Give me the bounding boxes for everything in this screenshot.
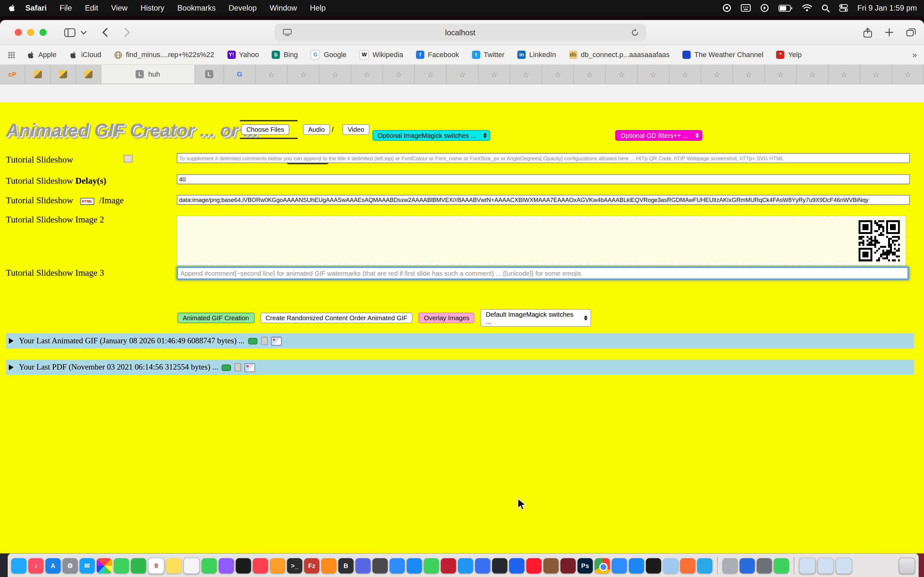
data-uri-input[interactable]: [177, 195, 910, 205]
dock-icon-acrobat[interactable]: [441, 558, 456, 574]
image3-comment-input[interactable]: [177, 267, 909, 279]
screen-record-icon[interactable]: [760, 3, 769, 13]
battery-icon[interactable]: [779, 5, 792, 11]
dock-icon-zoom-us[interactable]: [612, 558, 627, 574]
default-imagemagick-select[interactable]: Default ImageMagick switches ...: [481, 309, 591, 327]
image-thumbnail-icon[interactable]: [271, 337, 282, 346]
choose-files-button[interactable]: Choose Files: [241, 124, 289, 135]
new-tab-icon[interactable]: [885, 28, 893, 37]
dock-icon-photos[interactable]: [97, 558, 112, 574]
clipboard-icon[interactable]: [235, 363, 241, 372]
animated-gif-creation-button[interactable]: Animated GIF Creation: [178, 313, 254, 323]
dock-icon-krita[interactable]: [543, 558, 559, 574]
apple-menu-icon[interactable]: [8, 4, 16, 12]
dock-icon-system-folder[interactable]: [722, 558, 738, 574]
overlay-images-button[interactable]: Overlay Images: [419, 313, 475, 323]
video-button[interactable]: Video: [342, 124, 369, 135]
dock-icon-finder[interactable]: [11, 558, 27, 574]
dock-icon-github[interactable]: [492, 558, 507, 574]
tab-site-3[interactable]: [76, 65, 102, 84]
address-bar[interactable]: localhost: [275, 23, 646, 41]
tab-overview-icon[interactable]: [906, 28, 916, 37]
tab-empty-19[interactable]: ☆: [829, 65, 860, 84]
menu-item-view[interactable]: View: [111, 3, 128, 13]
disclosure-triangle-icon[interactable]: [9, 364, 14, 370]
dock-icon-chrome[interactable]: [594, 558, 610, 574]
control-center-icon[interactable]: [839, 4, 848, 12]
status-badge-icon[interactable]: [722, 3, 732, 13]
dock-icon-mysql-workbench[interactable]: [561, 558, 576, 574]
bookmark-bing[interactable]: bBing: [272, 51, 298, 59]
dock-icon-filezilla[interactable]: Fz: [304, 558, 320, 574]
dock-icon-messages[interactable]: [113, 558, 129, 574]
bookmark-apple[interactable]: Apple: [27, 51, 57, 59]
dock-icon-tv[interactable]: [236, 558, 251, 574]
tab-empty-13[interactable]: ☆: [638, 65, 669, 84]
bookmarks-grid-icon[interactable]: [8, 52, 15, 58]
dock-icon-music[interactable]: ♪: [28, 558, 44, 574]
forward-button[interactable]: [124, 27, 130, 37]
delay-input[interactable]: [177, 174, 910, 184]
sidebar-toggle-icon[interactable]: [64, 28, 75, 37]
dock-icon-display-settings[interactable]: [756, 558, 772, 574]
tab-empty-20[interactable]: ☆: [861, 65, 892, 84]
last-pdf-summary[interactable]: Your Last PDF (November 03 2021 06:14:56…: [6, 359, 914, 375]
menu-item-help[interactable]: Help: [310, 3, 326, 13]
zoom-window-button[interactable]: [39, 29, 47, 36]
gif-badge-icon[interactable]: [248, 338, 257, 344]
dock-icon-podcasts[interactable]: [218, 558, 234, 574]
tab-empty-4[interactable]: ☆: [351, 65, 383, 84]
menu-item-edit[interactable]: Edit: [85, 3, 98, 13]
tab-empty-18[interactable]: ☆: [796, 65, 829, 84]
dock-icon-mail[interactable]: ✉: [79, 558, 95, 574]
tab-empty-10[interactable]: ☆: [542, 65, 574, 84]
dock-icon-battery-settings[interactable]: [774, 558, 789, 574]
dock-icon-vlc[interactable]: [321, 558, 336, 574]
dock-icon-weather[interactable]: [629, 558, 644, 574]
bookmark-twitter[interactable]: tTwitter: [472, 51, 505, 59]
dock-icon-bear[interactable]: B: [338, 558, 354, 574]
tab-empty-14[interactable]: ☆: [670, 65, 701, 84]
dock-icon-terminal[interactable]: >_: [287, 558, 302, 574]
tab-empty-16[interactable]: ☆: [733, 65, 765, 84]
share-icon[interactable]: [863, 27, 872, 37]
dock-icon-calendar[interactable]: 9: [148, 558, 164, 574]
bookmark-the-weather-channel[interactable]: The Weather Channel: [682, 51, 763, 59]
dock-icon-firefox[interactable]: [680, 558, 696, 574]
color-swatch-input[interactable]: [124, 155, 133, 163]
dock-icon-system-settings[interactable]: ⚙: [63, 558, 78, 574]
dock-icon-shortcuts[interactable]: [475, 558, 490, 574]
tab-active-huh[interactable]: L huh: [102, 65, 195, 84]
dock-icon-opera[interactable]: [526, 558, 541, 574]
tab-empty-3[interactable]: ☆: [320, 65, 351, 84]
minimize-window-button[interactable]: [27, 29, 34, 36]
bookmark-wikipedia[interactable]: WWikipedia: [359, 50, 403, 59]
back-button[interactable]: [102, 27, 108, 37]
gd-filters-select[interactable]: Optional GD filters++ ...: [615, 130, 703, 141]
tab-site-2[interactable]: [51, 65, 76, 84]
dock-icon-applications-folder[interactable]: [799, 558, 816, 574]
tab-empty-15[interactable]: ☆: [701, 65, 733, 84]
page-settings-icon[interactable]: [283, 29, 292, 36]
tab-empty-17[interactable]: ☆: [765, 65, 796, 84]
dock-icon-docker[interactable]: [509, 558, 525, 574]
menu-bar-clock[interactable]: Fri 9 Jan 1:59 pm: [857, 3, 917, 13]
menu-item-bookmarks[interactable]: Bookmarks: [178, 3, 216, 13]
dock-icon-numbers[interactable]: [424, 558, 439, 574]
image-thumbnail-icon[interactable]: [245, 363, 255, 372]
tab-google[interactable]: G: [224, 65, 256, 84]
dock-icon-facetime[interactable]: [202, 558, 217, 574]
menu-item-history[interactable]: History: [141, 3, 164, 13]
clipboard-icon[interactable]: [261, 337, 268, 345]
tab-empty-9[interactable]: ☆: [510, 65, 542, 84]
dock-icon-zoom[interactable]: [389, 558, 405, 574]
bookmark-yelp[interactable]: *Yelp: [776, 51, 802, 59]
dock-icon-telegram[interactable]: [697, 558, 712, 574]
menu-item-file[interactable]: File: [60, 3, 72, 13]
dock-icon-preview[interactable]: [663, 558, 678, 574]
tab-empty-2[interactable]: ☆: [288, 65, 319, 84]
dock-icon-safari[interactable]: [458, 558, 473, 574]
disclosure-triangle-icon[interactable]: [9, 338, 14, 343]
dock-icon-iphone-mirroring[interactable]: [373, 558, 388, 574]
bookmark-icloud[interactable]: iCloud: [69, 51, 101, 59]
